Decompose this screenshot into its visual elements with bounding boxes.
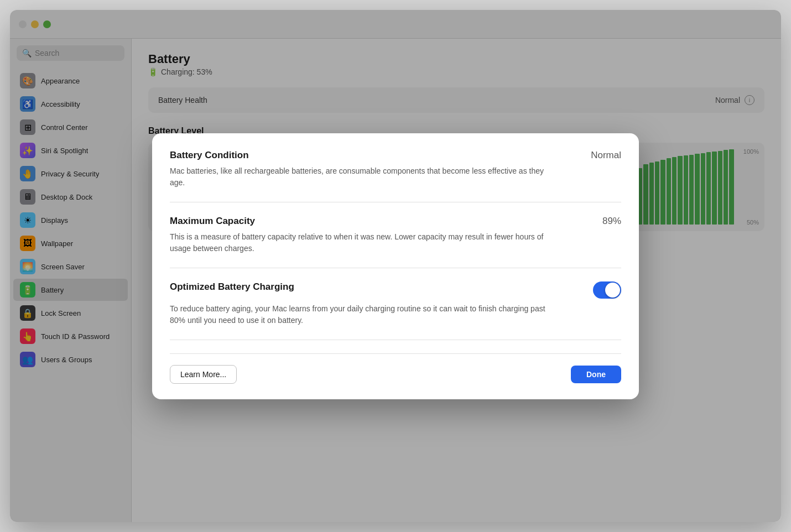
battery-condition-value: Normal (591, 150, 621, 161)
modal-overlay: Battery Condition Normal Mac batteries, … (10, 10, 781, 522)
max-capacity-section: Maximum Capacity 89% This is a measure o… (170, 216, 621, 268)
battery-condition-header: Battery Condition Normal (170, 150, 621, 161)
battery-condition-title: Battery Condition (170, 150, 249, 161)
max-capacity-desc: This is a measure of battery capacity re… (170, 231, 557, 254)
learn-more-button[interactable]: Learn More... (170, 365, 237, 384)
optimized-charging-toggle[interactable] (593, 281, 621, 299)
done-button[interactable]: Done (571, 366, 621, 383)
optimized-charging-section: Optimized Battery Charging To reduce bat… (170, 281, 621, 340)
max-capacity-header: Maximum Capacity 89% (170, 216, 621, 227)
optimized-charging-header: Optimized Battery Charging (170, 281, 621, 299)
modal-footer: Learn More... Done (170, 353, 621, 384)
battery-condition-desc: Mac batteries, like all rechargeable bat… (170, 165, 557, 189)
max-capacity-value: 89% (602, 216, 621, 227)
battery-health-modal: Battery Condition Normal Mac batteries, … (152, 133, 639, 399)
optimized-charging-desc: To reduce battery aging, your Mac learns… (170, 303, 557, 326)
optimized-charging-title: Optimized Battery Charging (170, 281, 294, 293)
toggle-knob (605, 283, 620, 298)
max-capacity-title: Maximum Capacity (170, 216, 255, 227)
battery-condition-section: Battery Condition Normal Mac batteries, … (170, 150, 621, 202)
main-window: 🔍 Search 🎨 Appearance ♿ Accessibility ⊞ … (10, 10, 781, 522)
